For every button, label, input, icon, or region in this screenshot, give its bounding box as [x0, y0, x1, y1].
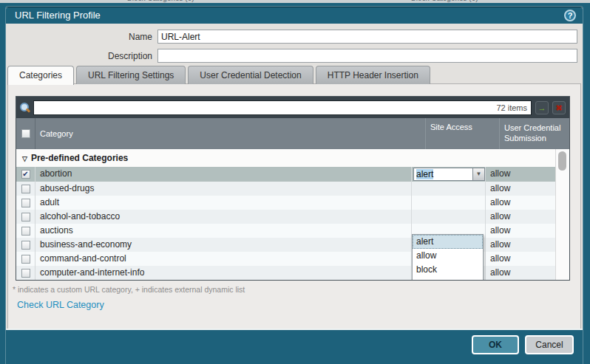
search-icon [20, 103, 30, 112]
column-header-user-credential-submission[interactable]: User Credential Submission [499, 118, 569, 149]
user-credential-submission-cell[interactable]: allow [485, 196, 555, 210]
tab-bar: CategoriesURL Filtering SettingsUser Cre… [7, 66, 430, 84]
description-label: Description [6, 49, 152, 63]
site-access-cell[interactable]: alert▼ [411, 167, 485, 182]
apply-filter-button[interactable]: → [535, 101, 549, 114]
user-credential-submission-cell[interactable]: allow [485, 252, 555, 266]
select-all-checkbox[interactable] [21, 129, 30, 138]
user-credential-submission-cell[interactable]: allow [485, 167, 555, 182]
category-cell: auctions [35, 224, 411, 238]
row-checkbox[interactable] [21, 241, 30, 250]
row-checkbox[interactable] [21, 255, 30, 264]
table-row[interactable]: alcohol-and-tobaccoallow [16, 210, 555, 224]
description-row: Description [6, 49, 583, 63]
collapse-triangle-icon[interactable]: ▽ [22, 155, 27, 162]
category-cell: computer-and-internet-info [35, 266, 411, 280]
dropdown-option-allow[interactable]: allow [413, 249, 483, 263]
site-access-dropdown-list: alertallowblockcontinueoverride [412, 234, 484, 280]
name-label: Name [6, 30, 152, 44]
search-input[interactable]: 72 items [33, 100, 532, 115]
dropdown-option-continue[interactable]: continue [413, 277, 483, 280]
table-footnote: * indicates a custom URL category, + ind… [13, 285, 245, 294]
row-checkbox[interactable]: ✔ [21, 170, 30, 179]
row-checkbox[interactable] [21, 269, 30, 278]
categories-tab-panel: 72 items → ✖ Category Site Access User C… [7, 83, 581, 331]
dialog-titlebar: URL Filtering Profile ? [6, 7, 583, 24]
row-checkbox[interactable] [21, 227, 30, 236]
category-cell: command-and-control [35, 252, 411, 266]
check-url-category-link[interactable]: Check URL Category [17, 300, 104, 310]
table-header: Category Site Access User Credential Sub… [16, 118, 569, 149]
category-cell: business-and-economy [35, 238, 411, 252]
site-access-cell[interactable] [411, 196, 485, 210]
group-label: Pre-defined Categories [31, 153, 128, 163]
category-cell: abortion [35, 167, 411, 182]
name-input[interactable] [157, 30, 577, 44]
clear-filter-button[interactable]: ✖ [552, 101, 566, 114]
table-row[interactable]: ✔abortionalert▼allow [16, 167, 555, 182]
scrollbar-thumb[interactable] [558, 151, 566, 171]
category-cell: abused-drugs [35, 182, 411, 196]
row-checkbox[interactable] [21, 199, 30, 207]
category-cell: alcohol-and-tobacco [35, 210, 411, 224]
user-credential-submission-cell[interactable]: allow [485, 224, 555, 238]
table-row[interactable]: adultallow [16, 196, 555, 210]
ok-button[interactable]: OK [472, 335, 519, 354]
table-toolbar: 72 items → ✖ [16, 97, 569, 118]
name-row: Name [6, 30, 583, 44]
dropdown-option-alert[interactable]: alert [413, 235, 483, 249]
user-credential-submission-cell[interactable]: allow [485, 182, 555, 196]
table-body: ▽Pre-defined Categories ✔abortionalert▼a… [16, 149, 569, 280]
tab-url-filtering-settings[interactable]: URL Filtering Settings [76, 66, 186, 84]
vertical-scrollbar[interactable] [555, 149, 569, 280]
table-row[interactable]: abused-drugsallow [16, 182, 555, 196]
site-access-cell[interactable] [411, 210, 485, 224]
tab-http-header-insertion[interactable]: HTTP Header Insertion [316, 66, 430, 84]
cancel-button[interactable]: Cancel [525, 335, 574, 354]
category-cell: adult [35, 196, 411, 210]
description-input[interactable] [157, 49, 577, 63]
categories-table: 72 items → ✖ Category Site Access User C… [16, 96, 570, 281]
column-header-category[interactable]: Category [35, 118, 425, 149]
dialog-title: URL Filtering Profile [15, 10, 101, 21]
url-filtering-profile-dialog: URL Filtering Profile ? Name Description… [6, 7, 583, 364]
user-credential-submission-cell[interactable]: allow [485, 238, 555, 252]
help-icon[interactable]: ? [564, 10, 576, 21]
category-group-row[interactable]: ▽Pre-defined Categories [16, 149, 569, 167]
site-access-cell[interactable] [411, 182, 485, 196]
site-access-combobox[interactable]: alert▼ [413, 168, 485, 181]
close-icon: ✖ [555, 103, 562, 112]
arrow-right-icon: → [538, 103, 546, 112]
tab-user-credential-detection[interactable]: User Credential Detection [188, 66, 313, 84]
row-checkbox[interactable] [21, 213, 30, 222]
user-credential-submission-cell[interactable]: allow [485, 210, 555, 224]
combobox-value: alert [416, 169, 433, 179]
background-text-fragment: Block Categories (0) [127, 0, 194, 2]
background-page-strip: Block Categories (0) Block Categories (0… [0, 0, 590, 3]
user-credential-submission-cell[interactable]: allow [485, 266, 555, 280]
column-header-site-access[interactable]: Site Access [425, 118, 499, 149]
items-count-badge: 72 items [496, 101, 527, 114]
dropdown-option-block[interactable]: block [413, 263, 483, 277]
background-text-fragment: Block Categories (0) [411, 0, 478, 2]
chevron-down-icon[interactable]: ▼ [472, 168, 485, 181]
row-checkbox[interactable] [21, 185, 30, 193]
dialog-footer: OK Cancel [6, 329, 583, 364]
tab-categories[interactable]: Categories [7, 66, 74, 85]
